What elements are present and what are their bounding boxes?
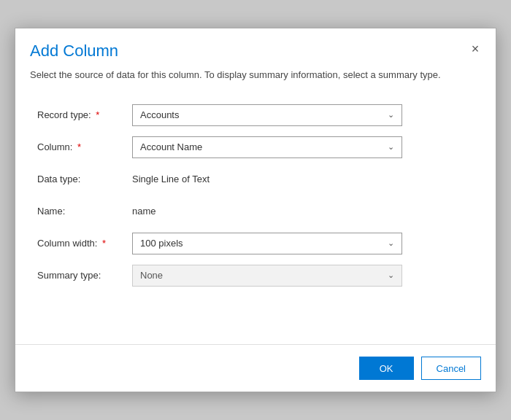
dialog-footer: OK Cancel [15,344,496,392]
column-label: Column: * [37,141,132,152]
data-type-row: Data type: Single Line of Text [37,168,474,190]
add-column-dialog: Add Column Select the source of data for… [15,28,496,392]
name-label: Name: [37,206,132,217]
cancel-button[interactable]: Cancel [421,357,481,380]
column-row: Column: * Account Name ⌄ [37,136,474,158]
record-type-chevron-icon: ⌄ [388,110,394,120]
column-dropdown[interactable]: Account Name ⌄ [132,136,402,158]
close-button[interactable]: × [466,40,484,58]
data-type-label: Data type: [37,174,132,184]
name-row: Name: name [37,201,474,222]
record-type-label: Record type: * [37,109,132,120]
summary-type-row: Summary type: None ⌄ [37,265,474,287]
summary-type-value: None [140,270,163,281]
dialog-title: Add Column [30,42,481,61]
column-width-row: Column width: * 100 pixels ⌄ [37,233,474,254]
dialog-header: Add Column Select the source of data for… [15,28,496,90]
column-required: * [77,141,81,152]
summary-type-dropdown[interactable]: None ⌄ [132,265,402,287]
column-chevron-icon: ⌄ [388,142,394,152]
column-width-label: Column width: * [37,238,132,249]
dialog-body: Record type: * Accounts ⌄ Column: * Acco… [15,90,496,345]
ok-button[interactable]: OK [359,357,414,380]
column-value: Account Name [140,141,202,152]
column-width-dropdown[interactable]: 100 pixels ⌄ [132,233,402,254]
summary-type-chevron-icon: ⌄ [388,271,394,280]
column-width-required: * [102,238,106,249]
record-type-dropdown[interactable]: Accounts ⌄ [132,104,402,126]
name-value: name [132,206,156,217]
dialog-description: Select the source of data for this colum… [30,68,453,82]
record-type-row: Record type: * Accounts ⌄ [37,104,474,126]
summary-type-label: Summary type: [37,270,132,281]
column-width-chevron-icon: ⌄ [388,238,394,248]
data-type-value: Single Line of Text [132,174,210,184]
column-width-value: 100 pixels [140,238,183,249]
record-type-required: * [96,109,99,120]
record-type-value: Accounts [140,109,179,120]
